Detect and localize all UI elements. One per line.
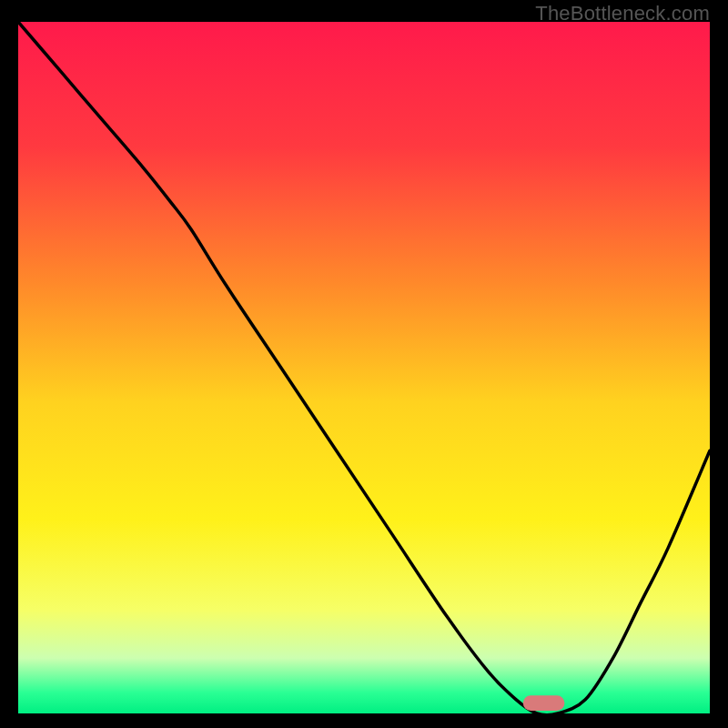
bottleneck-chart <box>18 22 710 713</box>
optimal-marker <box>523 695 565 711</box>
chart-frame <box>18 22 710 713</box>
chart-background <box>18 22 710 713</box>
